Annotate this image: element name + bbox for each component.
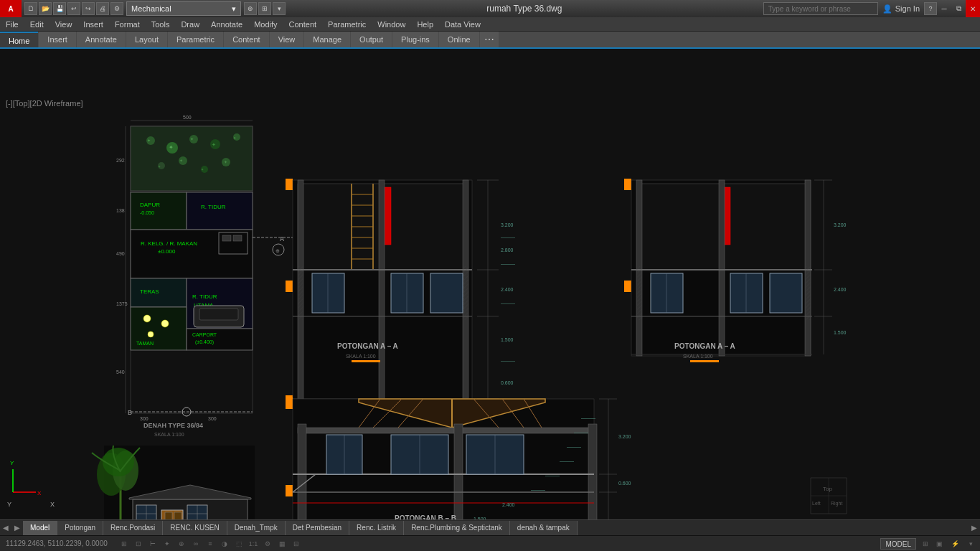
menu-modify[interactable]: Modify [248, 17, 283, 32]
3d-nav-icon[interactable]: ⊕ [244, 2, 257, 15]
transparency-toggle[interactable]: ◑ [218, 537, 231, 550]
workspace-dropdown[interactable]: Mechanical ▾ [126, 1, 241, 16]
redo-icon[interactable]: ↪ [82, 2, 95, 15]
menu-data-view[interactable]: Data View [439, 17, 486, 32]
tab-insert[interactable]: Insert [39, 32, 76, 47]
tab-annotate[interactable]: Annotate [77, 32, 126, 47]
tab-layout[interactable]: Layout [126, 32, 167, 47]
help-icon[interactable]: ? [924, 2, 937, 15]
isolate-objects[interactable]: ⊟ [290, 537, 303, 550]
svg-text:✦: ✦ [190, 137, 194, 141]
svg-text:300: 300 [208, 416, 217, 421]
tab-more[interactable]: ⋯ [480, 32, 499, 47]
tab-nav-prev[interactable]: ◀ [0, 520, 11, 536]
svg-rect-200 [298, 266, 303, 320]
svg-point-38 [143, 315, 151, 322]
menu-annotate[interactable]: Annotate [205, 17, 248, 32]
svg-text:TAMAN: TAMAN [136, 341, 154, 346]
selection-toggle[interactable]: ⬚ [232, 537, 245, 550]
model-badge[interactable]: MODEL [880, 538, 916, 550]
polar-toggle[interactable]: ✦ [161, 537, 174, 550]
svg-text:────: ──── [500, 301, 515, 306]
workspace-icon[interactable]: ⚙ [261, 537, 274, 550]
menu-draw[interactable]: Draw [175, 17, 205, 32]
sign-in-button[interactable]: 👤 Sign In [882, 4, 920, 14]
otrack-toggle[interactable]: ∞ [189, 537, 202, 550]
snap-toggle[interactable]: ⊡ [132, 537, 145, 550]
tab-nav-next[interactable]: ▶ [11, 520, 23, 536]
sheet-tab-denah-tmpk[interactable]: Denah_Tmpk [227, 521, 286, 535]
new-icon[interactable]: 🗋 [24, 2, 37, 15]
svg-text:✦: ✦ [201, 167, 204, 171]
app-icon[interactable]: A [0, 0, 22, 17]
svg-rect-89 [286, 281, 293, 292]
svg-rect-201 [463, 266, 468, 320]
sheet-tabs: ◀ ▶ Model Potongan Renc.Pondasi RENC. KU… [0, 519, 980, 535]
sheet-tab-potongan[interactable]: Potongan [57, 521, 103, 535]
menu-insert[interactable]: Insert [77, 17, 109, 32]
svg-text:────: ──── [573, 430, 588, 435]
viewport-view-2[interactable]: ▣ [933, 537, 946, 550]
menu-edit[interactable]: Edit [24, 17, 50, 32]
open-icon[interactable]: 📂 [39, 2, 52, 15]
nav2-icon[interactable]: ⊞ [258, 2, 271, 15]
svg-text:138: 138 [116, 208, 125, 213]
menu-view[interactable]: View [50, 17, 78, 32]
sheet-tab-denah-tampak[interactable]: denah & tampak [510, 521, 578, 535]
svg-point-74 [103, 448, 134, 476]
sheet-tab-renc-pondasi[interactable]: Renc.Pondasi [103, 521, 163, 535]
menu-help[interactable]: Help [411, 17, 439, 32]
save-icon[interactable]: 💾 [53, 2, 66, 15]
tab-plugins[interactable]: Plug-ins [392, 32, 438, 47]
tab-output[interactable]: Output [351, 32, 392, 47]
search-input[interactable] [763, 2, 878, 15]
sheet-tab-renc-listrik[interactable]: Renc. Listrik [349, 521, 404, 535]
undo-icon[interactable]: ↩ [67, 2, 80, 15]
tab-content[interactable]: Content [224, 32, 269, 47]
close-button[interactable]: ✕ [966, 0, 980, 17]
tab-home[interactable]: Home [0, 32, 38, 47]
sheet-tab-renc-plumbing[interactable]: Renc.Plumbing & Septictank [404, 521, 510, 535]
annotation-visibility[interactable]: ▦ [275, 537, 288, 550]
svg-rect-203 [805, 266, 811, 320]
svg-text:SKALA 1:100: SKALA 1:100 [154, 432, 184, 437]
menu-window[interactable]: Window [372, 17, 411, 32]
svg-text:Right: Right [831, 501, 842, 507]
menu-format[interactable]: Format [109, 17, 146, 32]
viewport-view-1[interactable]: ⊞ [919, 537, 932, 550]
print-icon[interactable]: 🖨 [96, 2, 109, 15]
canvas-area[interactable]: [-][Top][2D Wireframe] ✦ ✦ ✦ ✦ ✦ ✦ ✦ ✦ ✦… [0, 49, 980, 519]
settings-icon[interactable]: ⚙ [110, 2, 123, 15]
sheet-tab-renc-kusen[interactable]: RENC. KUSEN [163, 521, 227, 535]
sheet-tab-model[interactable]: Model [23, 521, 57, 535]
svg-rect-77 [165, 512, 172, 519]
ortho-toggle[interactable]: ⊢ [146, 537, 159, 550]
svg-rect-110 [430, 273, 463, 313]
svg-text:────: ──── [500, 262, 515, 267]
svg-text:✦: ✦ [147, 138, 151, 143]
tab-scroll-right[interactable]: ▶ [969, 520, 980, 536]
svg-text:────: ──── [566, 445, 581, 450]
lineweight-toggle[interactable]: ≡ [204, 537, 217, 550]
tab-manage[interactable]: Manage [304, 32, 350, 47]
osnap-toggle[interactable]: ⊕ [175, 537, 188, 550]
grid-toggle[interactable]: ⊞ [118, 537, 131, 550]
customize-status[interactable]: ▾ [964, 537, 977, 550]
restore-button[interactable]: ⧉ [951, 0, 966, 17]
tab-online[interactable]: Online [439, 32, 479, 47]
hardware-acceleration[interactable]: ⚡ [948, 537, 961, 550]
svg-text:500: 500 [183, 115, 192, 120]
svg-text:Top: Top [823, 486, 832, 492]
menu-parametric[interactable]: Parametric [322, 17, 372, 32]
svg-text:POTONGAN A – A: POTONGAN A – A [337, 342, 398, 350]
sheet-tab-det-pembesian[interactable]: Det Pembesian [286, 521, 349, 535]
menu-content[interactable]: Content [283, 17, 323, 32]
annotation-scale[interactable]: 1:1 [247, 537, 260, 550]
svg-text:1.500: 1.500 [834, 330, 847, 335]
tab-parametric[interactable]: Parametric [168, 32, 223, 47]
tab-view[interactable]: View [270, 32, 304, 47]
menu-file[interactable]: File [0, 17, 24, 32]
minimize-button[interactable]: ─ [937, 0, 951, 17]
menu-tools[interactable]: Tools [146, 17, 176, 32]
nav3-icon[interactable]: ▾ [273, 2, 286, 15]
